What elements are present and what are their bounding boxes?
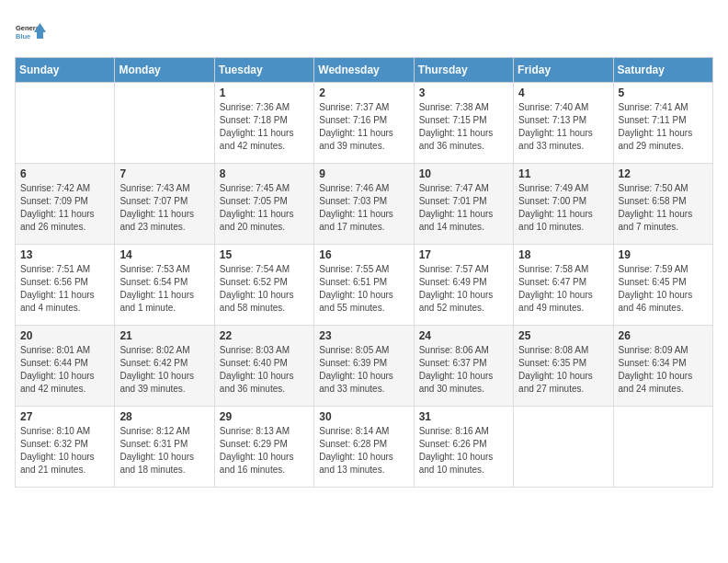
cell-content: Sunrise: 7:40 AM Sunset: 7:13 PM Dayligh… <box>518 101 608 153</box>
calendar-cell: 23Sunrise: 8:05 AM Sunset: 6:39 PM Dayli… <box>314 326 414 407</box>
calendar-cell: 12Sunrise: 7:50 AM Sunset: 6:58 PM Dayli… <box>613 164 712 245</box>
day-number: 16 <box>319 248 408 261</box>
cell-content: Sunrise: 8:09 AM Sunset: 6:34 PM Dayligh… <box>619 344 708 396</box>
cell-content: Sunrise: 7:51 AM Sunset: 6:56 PM Dayligh… <box>20 263 109 315</box>
day-number: 2 <box>319 86 408 99</box>
day-number: 29 <box>220 410 309 423</box>
day-number: 26 <box>619 329 708 342</box>
calendar-cell: 26Sunrise: 8:09 AM Sunset: 6:34 PM Dayli… <box>613 326 712 407</box>
cell-content: Sunrise: 7:37 AM Sunset: 7:16 PM Dayligh… <box>319 101 408 153</box>
cell-content: Sunrise: 8:08 AM Sunset: 6:35 PM Dayligh… <box>518 344 608 396</box>
day-number: 17 <box>419 248 508 261</box>
calendar-week-4: 20Sunrise: 8:01 AM Sunset: 6:44 PM Dayli… <box>16 326 713 407</box>
calendar-header: SundayMondayTuesdayWednesdayThursdayFrid… <box>16 58 713 83</box>
calendar-cell <box>613 407 712 488</box>
cell-content: Sunrise: 8:12 AM Sunset: 6:31 PM Dayligh… <box>119 425 209 477</box>
calendar-week-5: 27Sunrise: 8:10 AM Sunset: 6:32 PM Dayli… <box>16 407 713 488</box>
day-number: 10 <box>419 167 508 180</box>
cell-content: Sunrise: 7:41 AM Sunset: 7:11 PM Dayligh… <box>619 101 708 153</box>
calendar-cell <box>514 407 613 488</box>
day-header-wednesday: Wednesday <box>314 58 414 83</box>
calendar-cell: 14Sunrise: 7:53 AM Sunset: 6:54 PM Dayli… <box>115 245 214 326</box>
day-header-tuesday: Tuesday <box>214 58 313 83</box>
calendar-cell: 3Sunrise: 7:38 AM Sunset: 7:15 PM Daylig… <box>414 83 513 164</box>
cell-content: Sunrise: 7:57 AM Sunset: 6:49 PM Dayligh… <box>419 263 508 315</box>
day-header-monday: Monday <box>115 58 214 83</box>
cell-content: Sunrise: 7:36 AM Sunset: 7:18 PM Dayligh… <box>220 101 309 153</box>
cell-content: Sunrise: 7:53 AM Sunset: 6:54 PM Dayligh… <box>119 263 209 315</box>
calendar-cell: 19Sunrise: 7:59 AM Sunset: 6:45 PM Dayli… <box>613 245 712 326</box>
day-number: 13 <box>20 248 109 261</box>
day-number: 8 <box>220 167 309 180</box>
cell-content: Sunrise: 7:38 AM Sunset: 7:15 PM Dayligh… <box>419 101 508 153</box>
calendar-cell: 31Sunrise: 8:16 AM Sunset: 6:26 PM Dayli… <box>414 407 513 488</box>
calendar-week-1: 1Sunrise: 7:36 AM Sunset: 7:18 PM Daylig… <box>16 83 713 164</box>
calendar-cell: 8Sunrise: 7:45 AM Sunset: 7:05 PM Daylig… <box>214 164 313 245</box>
calendar-cell: 2Sunrise: 7:37 AM Sunset: 7:16 PM Daylig… <box>314 83 414 164</box>
day-number: 30 <box>319 410 408 423</box>
page-header: GeneralBlue <box>15 15 713 48</box>
cell-content: Sunrise: 7:43 AM Sunset: 7:07 PM Dayligh… <box>119 182 209 234</box>
day-number: 25 <box>518 329 608 342</box>
day-number: 21 <box>119 329 209 342</box>
cell-content: Sunrise: 7:46 AM Sunset: 7:03 PM Dayligh… <box>319 182 408 234</box>
cell-content: Sunrise: 8:05 AM Sunset: 6:39 PM Dayligh… <box>319 344 408 396</box>
day-number: 6 <box>20 167 109 180</box>
day-number: 23 <box>319 329 408 342</box>
calendar-cell: 25Sunrise: 8:08 AM Sunset: 6:35 PM Dayli… <box>514 326 613 407</box>
calendar-cell: 10Sunrise: 7:47 AM Sunset: 7:01 PM Dayli… <box>414 164 513 245</box>
day-header-thursday: Thursday <box>414 58 513 83</box>
day-number: 24 <box>419 329 508 342</box>
cell-content: Sunrise: 8:02 AM Sunset: 6:42 PM Dayligh… <box>119 344 209 396</box>
calendar-cell: 13Sunrise: 7:51 AM Sunset: 6:56 PM Dayli… <box>16 245 115 326</box>
logo-icon: GeneralBlue <box>15 15 48 48</box>
calendar-cell: 20Sunrise: 8:01 AM Sunset: 6:44 PM Dayli… <box>16 326 115 407</box>
day-number: 1 <box>220 86 309 99</box>
svg-text:Blue: Blue <box>16 32 30 40</box>
calendar-cell: 15Sunrise: 7:54 AM Sunset: 6:52 PM Dayli… <box>214 245 313 326</box>
day-number: 27 <box>20 410 109 423</box>
logo: GeneralBlue <box>15 15 48 48</box>
day-number: 14 <box>119 248 209 261</box>
calendar-table: SundayMondayTuesdayWednesdayThursdayFrid… <box>15 57 713 488</box>
cell-content: Sunrise: 7:58 AM Sunset: 6:47 PM Dayligh… <box>518 263 608 315</box>
day-header-saturday: Saturday <box>613 58 712 83</box>
day-number: 7 <box>119 167 209 180</box>
day-header-sunday: Sunday <box>16 58 115 83</box>
cell-content: Sunrise: 7:49 AM Sunset: 7:00 PM Dayligh… <box>518 182 608 234</box>
day-number: 4 <box>518 86 608 99</box>
day-number: 11 <box>518 167 608 180</box>
calendar-cell: 11Sunrise: 7:49 AM Sunset: 7:00 PM Dayli… <box>514 164 613 245</box>
day-number: 31 <box>419 410 508 423</box>
calendar-cell: 6Sunrise: 7:42 AM Sunset: 7:09 PM Daylig… <box>16 164 115 245</box>
cell-content: Sunrise: 7:50 AM Sunset: 6:58 PM Dayligh… <box>619 182 708 234</box>
cell-content: Sunrise: 8:03 AM Sunset: 6:40 PM Dayligh… <box>220 344 309 396</box>
cell-content: Sunrise: 8:13 AM Sunset: 6:29 PM Dayligh… <box>220 425 309 477</box>
calendar-cell: 28Sunrise: 8:12 AM Sunset: 6:31 PM Dayli… <box>115 407 214 488</box>
cell-content: Sunrise: 8:16 AM Sunset: 6:26 PM Dayligh… <box>419 425 508 477</box>
calendar-cell: 22Sunrise: 8:03 AM Sunset: 6:40 PM Dayli… <box>214 326 313 407</box>
calendar-cell <box>115 83 214 164</box>
cell-content: Sunrise: 8:14 AM Sunset: 6:28 PM Dayligh… <box>319 425 408 477</box>
calendar-cell: 27Sunrise: 8:10 AM Sunset: 6:32 PM Dayli… <box>16 407 115 488</box>
calendar-cell: 18Sunrise: 7:58 AM Sunset: 6:47 PM Dayli… <box>514 245 613 326</box>
cell-content: Sunrise: 7:59 AM Sunset: 6:45 PM Dayligh… <box>619 263 708 315</box>
day-number: 12 <box>619 167 708 180</box>
cell-content: Sunrise: 8:01 AM Sunset: 6:44 PM Dayligh… <box>20 344 109 396</box>
cell-content: Sunrise: 7:42 AM Sunset: 7:09 PM Dayligh… <box>20 182 109 234</box>
calendar-cell: 5Sunrise: 7:41 AM Sunset: 7:11 PM Daylig… <box>613 83 712 164</box>
cell-content: Sunrise: 7:55 AM Sunset: 6:51 PM Dayligh… <box>319 263 408 315</box>
cell-content: Sunrise: 7:54 AM Sunset: 6:52 PM Dayligh… <box>220 263 309 315</box>
day-number: 28 <box>119 410 209 423</box>
calendar-cell: 9Sunrise: 7:46 AM Sunset: 7:03 PM Daylig… <box>314 164 414 245</box>
calendar-cell: 4Sunrise: 7:40 AM Sunset: 7:13 PM Daylig… <box>514 83 613 164</box>
day-number: 20 <box>20 329 109 342</box>
calendar-cell <box>16 83 115 164</box>
cell-content: Sunrise: 8:06 AM Sunset: 6:37 PM Dayligh… <box>419 344 508 396</box>
cell-content: Sunrise: 7:45 AM Sunset: 7:05 PM Dayligh… <box>220 182 309 234</box>
day-number: 15 <box>220 248 309 261</box>
day-number: 5 <box>619 86 708 99</box>
calendar-cell: 17Sunrise: 7:57 AM Sunset: 6:49 PM Dayli… <box>414 245 513 326</box>
calendar-cell: 7Sunrise: 7:43 AM Sunset: 7:07 PM Daylig… <box>115 164 214 245</box>
calendar-week-3: 13Sunrise: 7:51 AM Sunset: 6:56 PM Dayli… <box>16 245 713 326</box>
